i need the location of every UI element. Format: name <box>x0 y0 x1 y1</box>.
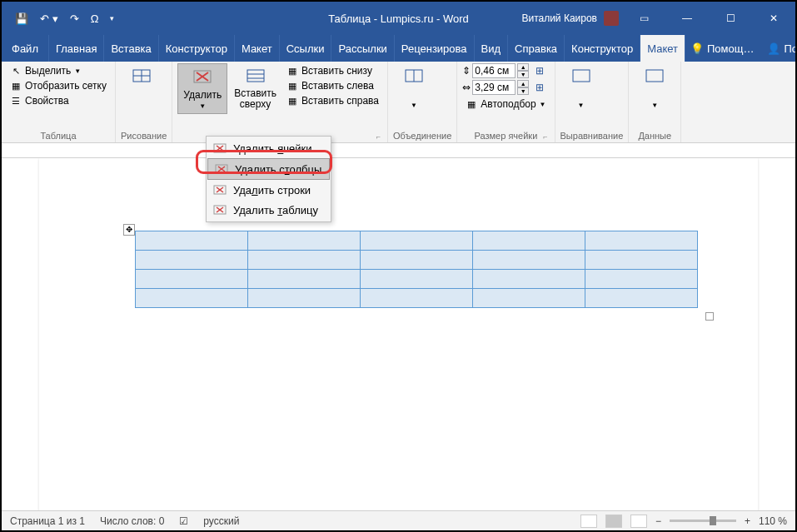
page[interactable] <box>39 158 758 510</box>
group-data-label: Данные <box>634 129 675 142</box>
avatar[interactable] <box>604 11 619 26</box>
tab-help[interactable]: Справка <box>508 35 565 62</box>
document-area <box>2 158 795 510</box>
delete-rows-label: Удалить строки <box>233 184 311 196</box>
equation-icon[interactable]: Ω <box>87 11 102 27</box>
document-title: Таблица - Lumpics.ru - Word <box>328 12 468 25</box>
grid-icon: ▦ <box>10 80 22 92</box>
group-cell-size: ⇕ ▲▼ ⊞ ⇔ ▲▼ ⊞ ▦Автоподбор ▼ Размер ячейк… <box>457 62 555 142</box>
insert-left-button[interactable]: ▦Вставить слева <box>283 78 382 93</box>
insert-above-button[interactable]: Вставитьсверху <box>229 63 281 113</box>
rows-columns-launcher[interactable]: ⌐ <box>376 132 381 141</box>
insert-left-icon: ▦ <box>286 80 298 92</box>
table-row[interactable] <box>136 289 698 308</box>
tab-view[interactable]: Вид <box>475 35 509 62</box>
alignment-icon <box>571 67 591 87</box>
properties-button[interactable]: ☰Свойства <box>7 93 72 108</box>
insert-right-button[interactable]: ▦Вставить справа <box>283 93 382 108</box>
delete-columns-label: Удалить столбцы <box>235 163 321 176</box>
height-icon: ⇕ <box>462 65 471 77</box>
statusbar: Страница 1 из 1 Число слов: 0 ☑ русский … <box>2 510 795 530</box>
height-down[interactable]: ▼ <box>517 71 529 78</box>
delete-button[interactable]: Удалить ▼ <box>177 63 227 114</box>
draw-table-button[interactable]: X <box>121 63 162 103</box>
delete-label: Удалить <box>183 89 222 101</box>
status-language[interactable]: русский <box>203 515 239 527</box>
tab-table-design[interactable]: Конструктор <box>565 35 640 62</box>
insert-above-label: Вставитьсверху <box>234 88 276 110</box>
maximize-icon[interactable]: ☐ <box>712 2 749 35</box>
view-web-layout[interactable] <box>630 515 647 528</box>
save-icon[interactable]: 💾 <box>12 11 32 27</box>
group-rows-columns: Удалить ▼ Вставитьсверху ▦Вставить снизу… <box>172 62 388 142</box>
insert-below-button[interactable]: ▦Вставить снизу <box>283 63 382 78</box>
zoom-out-icon[interactable]: − <box>655 515 661 527</box>
height-up[interactable]: ▲ <box>517 63 529 71</box>
qat-customize-icon[interactable]: ▾ <box>107 12 117 24</box>
table-move-handle[interactable]: ✥ <box>123 224 135 236</box>
width-down[interactable]: ▼ <box>517 87 529 95</box>
cursor-icon: ↖ <box>10 65 22 77</box>
document-table[interactable] <box>135 231 698 308</box>
user-name: Виталий Каиров <box>521 12 597 24</box>
gridlines-button[interactable]: ▦Отобразить сетку <box>7 78 110 93</box>
titlebar: 💾 ↶ ▾ ↷ Ω ▾ Таблица - Lumpics.ru - Word … <box>2 2 795 35</box>
table-row[interactable] <box>136 231 698 251</box>
delete-cells-label: Удалить ячейки... <box>233 142 321 155</box>
undo-icon[interactable]: ↶ ▾ <box>37 11 62 27</box>
cell-size-launcher[interactable]: ⌐ <box>543 132 547 141</box>
status-proofing-icon[interactable]: ☑ <box>179 515 188 527</box>
delete-columns-item[interactable]: Удалить столбцы <box>207 158 330 180</box>
alignment-button[interactable]: X ▼ <box>560 63 602 112</box>
select-label: Выделить <box>25 65 71 77</box>
ribbon-tabs: Файл Главная Вставка Конструктор Макет С… <box>2 35 795 62</box>
ruler-horizontal[interactable] <box>2 143 795 158</box>
close-icon[interactable]: ✕ <box>755 2 792 35</box>
tab-references[interactable]: Ссылки <box>280 35 332 62</box>
zoom-thumb[interactable] <box>710 516 716 525</box>
tab-table-layout[interactable]: Макет <box>640 35 685 62</box>
insert-left-label: Вставить слева <box>301 80 374 92</box>
data-button[interactable]: X ▼ <box>634 63 675 112</box>
width-up[interactable]: ▲ <box>517 80 529 87</box>
table-row[interactable] <box>136 270 698 289</box>
select-button[interactable]: ↖Выделить ▼ <box>7 63 84 78</box>
distribute-cols-icon[interactable]: ⊞ <box>535 82 544 93</box>
tell-me-button[interactable]: 💡 Помощ… <box>685 42 759 55</box>
col-width-input[interactable] <box>472 80 516 95</box>
properties-label: Свойства <box>25 95 69 107</box>
tab-home[interactable]: Главная <box>49 35 104 62</box>
minimize-icon[interactable]: — <box>669 2 705 35</box>
ribbon-display-icon[interactable]: ▭ <box>625 2 662 35</box>
table-row[interactable] <box>136 251 698 270</box>
delete-table-item[interactable]: Удалить таблицу <box>207 200 331 220</box>
quick-access-toolbar: 💾 ↶ ▾ ↷ Ω ▾ <box>2 11 117 27</box>
tab-file[interactable]: Файл <box>2 35 49 62</box>
merge-button[interactable]: X ▼ <box>393 63 435 112</box>
status-words[interactable]: Число слов: 0 <box>100 515 164 527</box>
row-height-input[interactable] <box>472 63 516 78</box>
delete-rows-item[interactable]: Удалить строки <box>207 180 331 200</box>
tab-design[interactable]: Конструктор <box>159 35 235 62</box>
delete-cells-item[interactable]: Удалить ячейки... <box>207 138 331 158</box>
tab-review[interactable]: Рецензирова <box>395 35 475 62</box>
redo-icon[interactable]: ↷ <box>67 11 82 27</box>
share-label: Поделиться <box>784 42 797 55</box>
status-page[interactable]: Страница 1 из 1 <box>10 515 85 527</box>
view-print-layout[interactable] <box>605 515 622 528</box>
tab-insert[interactable]: Вставка <box>104 35 158 62</box>
user-area: Виталий Каиров ▭ — ☐ ✕ <box>521 2 795 35</box>
insert-above-icon <box>246 67 266 87</box>
view-read-mode[interactable] <box>580 515 597 528</box>
distribute-rows-icon[interactable]: ⊞ <box>535 65 544 77</box>
zoom-level[interactable]: 110 % <box>759 515 787 527</box>
tab-mailings[interactable]: Рассылки <box>331 35 394 62</box>
zoom-in-icon[interactable]: + <box>745 515 750 527</box>
group-data: X ▼ Данные <box>629 62 681 142</box>
zoom-slider[interactable] <box>670 520 736 522</box>
table-resize-handle[interactable] <box>705 312 714 321</box>
tab-layout[interactable]: Макет <box>235 35 280 62</box>
svg-rect-6 <box>247 70 264 82</box>
autofit-button[interactable]: ▦Автоподбор ▼ <box>462 97 549 112</box>
share-button[interactable]: 👤 Поделиться <box>762 42 797 55</box>
